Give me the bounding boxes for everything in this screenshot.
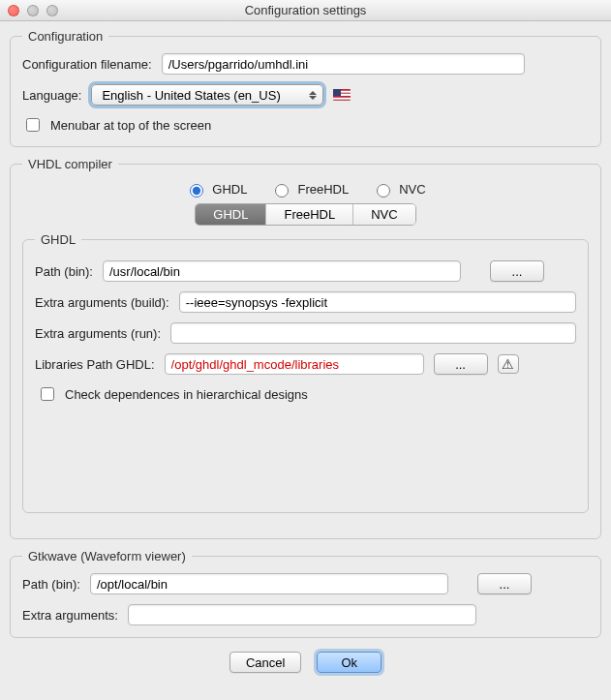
tab-nvc[interactable]: NVC (353, 204, 414, 225)
ok-button[interactable]: Ok (317, 652, 382, 673)
menubar-checkbox[interactable] (26, 118, 40, 132)
configuration-legend: Configuration (22, 29, 108, 44)
radio-ghdl-input[interactable] (190, 184, 203, 198)
vhdl-compiler-group: VHDL compiler GHDL FreeHDL NVC GHDL Free… (10, 157, 601, 539)
ghdl-libs-browse-button[interactable]: ... (434, 353, 488, 375)
menubar-checkbox-row[interactable]: Menubar at top of the screen (22, 115, 211, 135)
gtkwave-group: Gtkwave (Waveform viewer) Path (bin): ..… (10, 549, 601, 638)
ghdl-extra-run-input[interactable] (170, 322, 576, 344)
window-title: Configuration settings (0, 3, 611, 17)
close-icon[interactable] (8, 5, 19, 16)
compiler-radios: GHDL FreeHDL NVC (22, 181, 589, 198)
language-select[interactable]: English - United States (en_US) (91, 84, 323, 106)
gtkwave-extra-input[interactable] (128, 604, 476, 625)
radio-ghdl[interactable]: GHDL (185, 181, 247, 198)
gtkwave-path-label: Path (bin): (22, 577, 80, 592)
zoom-icon[interactable] (46, 5, 58, 16)
content: Configuration Configuration filename: La… (0, 21, 611, 685)
config-filename-label: Configuration filename: (22, 57, 152, 72)
ghdl-path-browse-button[interactable]: ... (490, 260, 544, 282)
check-deps-label: Check dependences in hierarchical design… (65, 387, 308, 402)
ghdl-extra-run-label: Extra arguments (run): (35, 326, 161, 341)
cancel-button[interactable]: Cancel (229, 652, 301, 673)
vhdl-compiler-legend: VHDL compiler (22, 157, 118, 171)
warning-icon[interactable]: ⚠ (498, 354, 519, 374)
gtkwave-path-input[interactable] (90, 573, 448, 594)
language-label: Language: (22, 88, 81, 103)
tab-ghdl[interactable]: GHDL (196, 204, 266, 225)
minimize-icon[interactable] (27, 5, 39, 16)
radio-nvc-label: NVC (399, 182, 425, 197)
flag-us-icon (333, 89, 351, 101)
config-filename-input[interactable] (162, 53, 525, 75)
window-controls (8, 5, 58, 16)
radio-nvc-input[interactable] (377, 184, 390, 198)
radio-nvc[interactable]: NVC (372, 181, 425, 198)
check-deps-row[interactable]: Check dependences in hierarchical design… (37, 384, 308, 404)
ghdl-legend: GHDL (35, 232, 81, 247)
gtkwave-extra-label: Extra arguments: (22, 608, 118, 623)
check-deps-checkbox[interactable] (41, 387, 54, 401)
ghdl-path-label: Path (bin): (35, 264, 93, 279)
ghdl-path-input[interactable] (103, 260, 461, 282)
ghdl-group: GHDL Path (bin): ... Extra arguments (bu… (22, 232, 589, 513)
compiler-tabs: GHDL FreeHDL NVC (22, 203, 589, 226)
configuration-group: Configuration Configuration filename: La… (10, 29, 601, 147)
radio-freehdl-label: FreeHDL (297, 182, 349, 197)
titlebar: Configuration settings (0, 0, 611, 21)
gtkwave-legend: Gtkwave (Waveform viewer) (22, 549, 192, 563)
dialog-footer: Cancel Ok (10, 648, 601, 679)
gtkwave-path-browse-button[interactable]: ... (477, 573, 532, 594)
radio-freehdl[interactable]: FreeHDL (270, 181, 349, 198)
ghdl-libs-label: Libraries Path GHDL: (35, 357, 155, 372)
language-select-wrap: English - United States (en_US) (91, 84, 323, 106)
ghdl-extra-build-label: Extra arguments (build): (35, 295, 169, 310)
menubar-checkbox-label: Menubar at top of the screen (50, 118, 211, 133)
ghdl-libs-input[interactable] (165, 353, 424, 375)
tab-freehdl[interactable]: FreeHDL (266, 204, 353, 225)
ghdl-extra-build-input[interactable] (179, 291, 576, 313)
radio-ghdl-label: GHDL (212, 182, 247, 197)
radio-freehdl-input[interactable] (275, 184, 289, 198)
